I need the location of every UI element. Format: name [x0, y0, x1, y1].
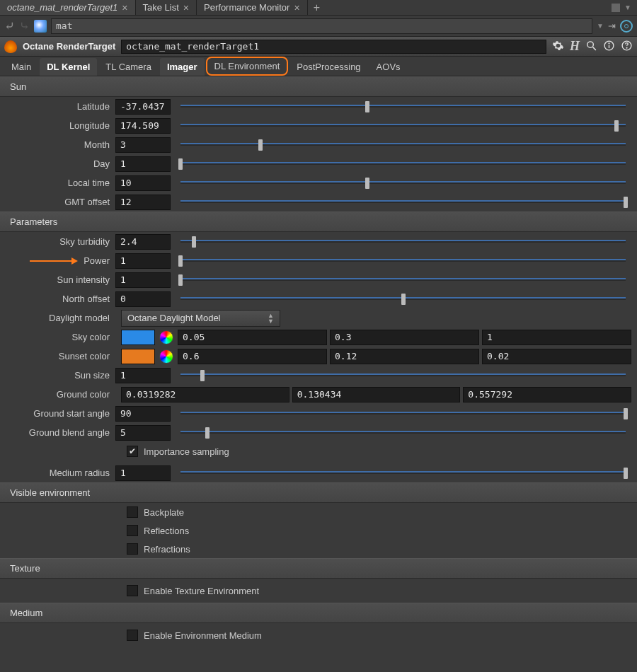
- back-button[interactable]: ⤶: [4, 18, 15, 34]
- close-icon[interactable]: ×: [294, 4, 299, 11]
- row-sun-size: Sun size: [0, 366, 637, 385]
- sky-turbidity-slider[interactable]: [180, 235, 626, 249]
- content-scroll[interactable]: Sun Latitude Longitude Month Day Local t…: [0, 76, 637, 672]
- tab-postprocessing[interactable]: PostProcessing: [289, 58, 367, 76]
- color-picker-icon[interactable]: [159, 330, 173, 344]
- refractions-checkbox[interactable]: [127, 543, 138, 555]
- param-label: Longitude: [0, 120, 115, 131]
- row-importance-sampling: ✔ Importance sampling: [0, 442, 637, 460]
- row-month: Month: [0, 135, 637, 154]
- add-tab-button[interactable]: +: [308, 0, 326, 16]
- node-name-input[interactable]: [121, 40, 546, 54]
- top-tab-label: octane_mat_renderTarget1: [7, 2, 117, 13]
- chevron-down-icon[interactable]: ▼: [624, 4, 631, 12]
- param-label: Month: [0, 139, 115, 150]
- sun-intensity-input[interactable]: [115, 272, 171, 288]
- sky-turbidity-input[interactable]: [115, 234, 171, 250]
- info-icon[interactable]: [603, 40, 615, 54]
- day-input[interactable]: [115, 156, 171, 172]
- longitude-input[interactable]: [115, 118, 171, 134]
- month-input[interactable]: [115, 137, 171, 153]
- param-label: Sun size: [0, 370, 115, 381]
- top-tab-bar: octane_mat_renderTarget1 × Take List × P…: [0, 0, 637, 16]
- row-backplate: Backplate: [0, 503, 637, 521]
- gmt-offset-slider[interactable]: [180, 195, 626, 209]
- medium-radius-slider[interactable]: [180, 466, 626, 480]
- longitude-slider[interactable]: [180, 119, 626, 133]
- tab-dl-environment[interactable]: DL Environment: [206, 57, 289, 76]
- close-icon[interactable]: ×: [183, 4, 189, 11]
- top-tab-perfmon[interactable]: Performance Monitor ×: [197, 0, 308, 15]
- row-ground-blend-angle: Ground blend angle: [0, 423, 637, 442]
- close-icon[interactable]: ×: [122, 4, 127, 11]
- window-maximize-icon[interactable]: [612, 4, 620, 12]
- local-time-input[interactable]: [115, 175, 171, 191]
- sunset-color-g-input[interactable]: [330, 349, 479, 364]
- reflections-checkbox[interactable]: [127, 525, 138, 536]
- sky-color-b-input[interactable]: [482, 330, 631, 345]
- ground-blend-angle-slider[interactable]: [180, 426, 626, 440]
- search-icon[interactable]: [585, 40, 597, 54]
- row-refractions: Refractions: [0, 540, 637, 558]
- sky-color-swatch[interactable]: [121, 330, 155, 345]
- help-icon[interactable]: [621, 40, 633, 54]
- local-time-slider[interactable]: [180, 176, 626, 190]
- param-label: Medium radius: [0, 468, 115, 478]
- day-slider[interactable]: [180, 157, 626, 171]
- enable-env-medium-checkbox[interactable]: [127, 630, 138, 641]
- row-sun-intensity: Sun intensity: [0, 270, 637, 289]
- tab-tl-camera[interactable]: TL Camera: [98, 58, 159, 76]
- pin-icon[interactable]: ⇥: [608, 21, 616, 31]
- param-label: Sunset color: [0, 351, 115, 361]
- north-offset-slider[interactable]: [180, 292, 626, 306]
- path-input[interactable]: [51, 18, 592, 34]
- top-tab-label: Performance Monitor: [204, 2, 289, 13]
- power-slider[interactable]: [180, 254, 626, 268]
- sunset-color-swatch[interactable]: [121, 349, 155, 364]
- sun-size-input[interactable]: [115, 368, 171, 383]
- gear-icon[interactable]: [552, 40, 564, 54]
- sky-color-g-input[interactable]: [330, 330, 479, 345]
- sun-size-slider[interactable]: [180, 369, 626, 383]
- sun-intensity-slider[interactable]: [180, 273, 626, 287]
- tab-main[interactable]: Main: [4, 58, 38, 76]
- medium-radius-input[interactable]: [115, 465, 171, 481]
- ground-color-g-input[interactable]: [292, 387, 461, 402]
- param-label: Latitude: [0, 101, 115, 112]
- row-north-offset: North offset: [0, 289, 637, 308]
- ground-start-angle-slider[interactable]: [180, 407, 626, 421]
- svg-line-1: [593, 47, 596, 50]
- daylight-model-dropdown[interactable]: Octane Daylight Model ▲▼: [121, 310, 280, 327]
- sunset-color-b-input[interactable]: [482, 349, 631, 364]
- north-offset-input[interactable]: [115, 291, 171, 307]
- param-label: Sky color: [0, 332, 115, 342]
- parameter-tabs: Main DL Kernel TL Camera Imager DL Envir…: [0, 57, 637, 76]
- enable-texture-env-checkbox[interactable]: [127, 585, 138, 596]
- ground-start-angle-input[interactable]: [115, 406, 171, 422]
- row-local-time: Local time: [0, 173, 637, 192]
- latitude-input[interactable]: [115, 99, 171, 115]
- power-input[interactable]: [115, 253, 171, 269]
- latitude-slider[interactable]: [180, 100, 626, 114]
- top-tab-takelist[interactable]: Take List ×: [136, 0, 197, 15]
- color-picker-icon[interactable]: [159, 349, 173, 364]
- ground-color-r-input[interactable]: [121, 387, 289, 402]
- ground-blend-angle-input[interactable]: [115, 425, 171, 441]
- chevron-down-icon[interactable]: ▼: [597, 22, 604, 30]
- houdini-icon[interactable]: H: [570, 39, 580, 54]
- sky-color-r-input[interactable]: [178, 330, 327, 345]
- forward-button[interactable]: ⤷: [19, 18, 30, 34]
- importance-sampling-checkbox[interactable]: ✔: [127, 446, 138, 457]
- backplate-checkbox[interactable]: [127, 506, 138, 518]
- ground-color-b-input[interactable]: [463, 387, 631, 402]
- month-slider[interactable]: [180, 138, 626, 152]
- tab-dl-kernel[interactable]: DL Kernel: [40, 58, 97, 76]
- tab-imager[interactable]: Imager: [160, 58, 205, 76]
- sunset-color-r-input[interactable]: [178, 349, 327, 364]
- top-tab-rendertarget[interactable]: octane_mat_renderTarget1 ×: [0, 0, 136, 15]
- row-reflections: Reflections: [0, 521, 637, 540]
- target-icon[interactable]: [620, 20, 633, 33]
- gmt-offset-input[interactable]: [115, 195, 171, 210]
- param-label: Sun intensity: [0, 274, 115, 285]
- tab-aovs[interactable]: AOVs: [369, 58, 408, 76]
